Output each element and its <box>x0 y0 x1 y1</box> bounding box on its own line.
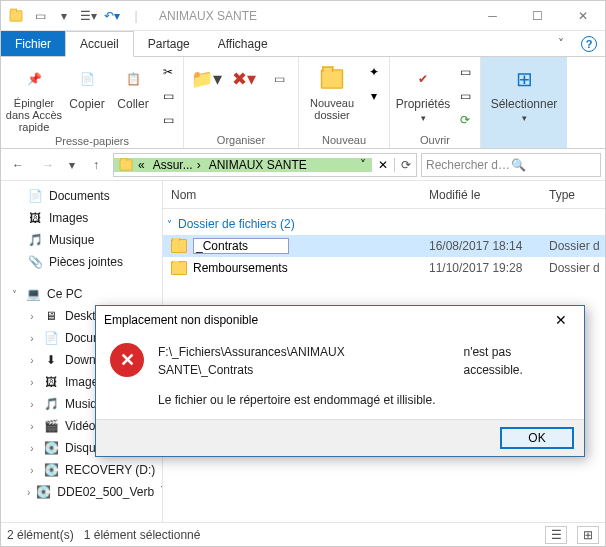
properties-button[interactable]: ✔ Propriétés ▾ <box>394 59 452 123</box>
nav-bar: ← → ▾ ↑ « Assur... › ANIMAUX SANTE ˅ ✕ ⟳… <box>1 149 605 181</box>
column-headers[interactable]: Nom Modifié le Type <box>163 181 605 209</box>
dialog-title: Emplacement non disponible <box>104 313 546 327</box>
pin-button[interactable]: 📌 Épingler dans Accès rapide <box>5 59 63 133</box>
view-large-icon[interactable]: ⊞ <box>577 526 599 544</box>
back-button[interactable]: ← <box>5 152 31 178</box>
cut-icon[interactable]: ✂ <box>157 61 179 83</box>
group-select: ⊞ Sélectionner ▾ <box>481 57 567 148</box>
ok-button[interactable]: OK <box>500 427 574 449</box>
file-explorer-icon[interactable] <box>5 5 27 27</box>
group-clipboard-label: Presse-papiers <box>5 133 179 149</box>
window-title: ANIMAUX SANTE <box>151 9 470 23</box>
address-seg-1[interactable]: Assur... › <box>149 158 205 172</box>
address-root-icon[interactable]: « <box>114 158 149 172</box>
select-icon: ⊞ <box>508 63 540 95</box>
close-button[interactable]: ✕ <box>560 1 605 31</box>
group-select-label <box>485 132 563 148</box>
pasteshortcut-icon[interactable]: ▭ <box>157 109 179 131</box>
recent-button[interactable]: ▾ <box>65 152 79 178</box>
group-header-label: Dossier de fichiers (2) <box>178 217 295 231</box>
copypath-icon[interactable]: ▭ <box>157 85 179 107</box>
address-bar[interactable]: « Assur... › ANIMAUX SANTE ˅ ✕ ⟳ <box>113 153 417 177</box>
tree-attachments[interactable]: 📎Pièces jointes <box>1 251 162 273</box>
error-dialog: Emplacement non disponible ✕ ✕ F:\_Fichi… <box>95 305 585 457</box>
moveto-icon: 📁▾ <box>190 63 222 95</box>
properties-label: Propriétés <box>396 97 451 111</box>
list-item[interactable]: Remboursements 11/10/2017 19:28 Dossier … <box>163 257 605 279</box>
title-bar: ▭ ▾ ☰▾ ↶▾ | ANIMAUX SANTE ─ ☐ ✕ <box>1 1 605 31</box>
pin-label: Épingler dans Accès rapide <box>5 97 63 133</box>
tree-music[interactable]: 🎵Musique <box>1 229 162 251</box>
col-type[interactable]: Type <box>541 188 605 202</box>
status-count: 2 élément(s) <box>7 528 74 542</box>
open-icon[interactable]: ▭ <box>454 61 476 83</box>
quick-access-toolbar: ▭ ▾ ☰▾ ↶▾ | <box>1 5 151 27</box>
tab-share[interactable]: Partage <box>134 31 204 56</box>
newfolder-icon <box>316 63 348 95</box>
refresh-icon[interactable]: ⟳ <box>394 158 416 172</box>
error-icon: ✕ <box>110 343 144 377</box>
group-new-label: Nouveau <box>303 132 385 148</box>
rename-button[interactable]: ▭ <box>264 59 294 95</box>
history-icon[interactable]: ⟳ <box>454 109 476 131</box>
copyto-button[interactable]: ✖▾ <box>226 59 262 95</box>
qat-newfolder-icon[interactable]: ▾ <box>53 5 75 27</box>
maximize-button[interactable]: ☐ <box>515 1 560 31</box>
tab-file[interactable]: Fichier <box>1 31 65 56</box>
dialog-close-icon[interactable]: ✕ <box>546 312 576 328</box>
tree-images[interactable]: 🖼Images <box>1 207 162 229</box>
item-type: Dossier d <box>541 239 605 253</box>
search-placeholder: Rechercher dans : ANIMAUX ... <box>426 158 511 172</box>
tree-documents[interactable]: 📄Documents <box>1 185 162 207</box>
qat-properties-icon[interactable]: ▭ <box>29 5 51 27</box>
minimize-button[interactable]: ─ <box>470 1 515 31</box>
folder-icon <box>171 239 187 253</box>
tab-view[interactable]: Affichage <box>204 31 282 56</box>
dialog-message: F:\_Fichiers\Assurances\ANIMAUX SANTE\_C… <box>158 343 570 409</box>
copy-button[interactable]: 📄 Copier <box>65 59 109 111</box>
chevron-down-icon: ▾ <box>522 113 527 123</box>
copyto-icon: ✖▾ <box>228 63 260 95</box>
pin-icon: 📌 <box>18 63 50 95</box>
properties-icon: ✔ <box>407 63 439 95</box>
col-modified[interactable]: Modifié le <box>421 188 541 202</box>
qat-undo-icon[interactable]: ↶▾ <box>101 5 123 27</box>
easyaccess-icon[interactable]: ▾ <box>363 85 385 107</box>
edit-icon[interactable]: ▭ <box>454 85 476 107</box>
ribbon-expand-icon[interactable]: ˅ <box>549 31 573 56</box>
help-icon[interactable]: ? <box>581 36 597 52</box>
forward-button[interactable]: → <box>35 152 61 178</box>
group-new: Nouveau dossier ✦ ▾ Nouveau <box>299 57 390 148</box>
tab-home[interactable]: Accueil <box>65 31 134 57</box>
select-label: Sélectionner <box>491 97 558 111</box>
group-open: ✔ Propriétés ▾ ▭ ▭ ⟳ Ouvrir <box>390 57 481 148</box>
address-clear-icon[interactable]: ✕ <box>372 158 394 172</box>
chevron-down-icon: ▾ <box>421 113 426 123</box>
copy-icon: 📄 <box>71 63 103 95</box>
tree-dde[interactable]: ›💽DDE02_500_Verb˅ <box>1 481 162 503</box>
col-name[interactable]: Nom <box>163 188 421 202</box>
up-button[interactable]: ↑ <box>83 152 109 178</box>
moveto-button[interactable]: 📁▾ <box>188 59 224 95</box>
newitem-icon[interactable]: ✦ <box>363 61 385 83</box>
chevron-down-icon: ˅ <box>167 219 172 230</box>
paste-button[interactable]: 📋 Coller <box>111 59 155 111</box>
qat-customize-icon[interactable]: ☰▾ <box>77 5 99 27</box>
list-item[interactable]: _Contrats 16/08/2017 18:14 Dossier d <box>163 235 605 257</box>
group-organize: 📁▾ ✖▾ ▭ Organiser <box>184 57 299 148</box>
search-icon: 🔍 <box>511 158 596 172</box>
address-dropdown-icon[interactable]: ˅ <box>354 158 372 172</box>
group-header[interactable]: ˅ Dossier de fichiers (2) <box>163 209 605 235</box>
paste-icon: 📋 <box>117 63 149 95</box>
tree-thispc[interactable]: ˅💻Ce PC <box>1 283 162 305</box>
view-details-icon[interactable]: ☰ <box>545 526 567 544</box>
tree-recovery[interactable]: ›💽RECOVERY (D:) <box>1 459 162 481</box>
paste-label: Coller <box>117 97 148 111</box>
dialog-titlebar[interactable]: Emplacement non disponible ✕ <box>96 306 584 333</box>
search-input[interactable]: Rechercher dans : ANIMAUX ... 🔍 <box>421 153 601 177</box>
item-type: Dossier d <box>541 261 605 275</box>
group-organize-label: Organiser <box>188 132 294 148</box>
address-seg-2[interactable]: ANIMAUX SANTE <box>205 158 354 172</box>
select-button[interactable]: ⊞ Sélectionner ▾ <box>485 59 563 123</box>
newfolder-button[interactable]: Nouveau dossier <box>303 59 361 121</box>
